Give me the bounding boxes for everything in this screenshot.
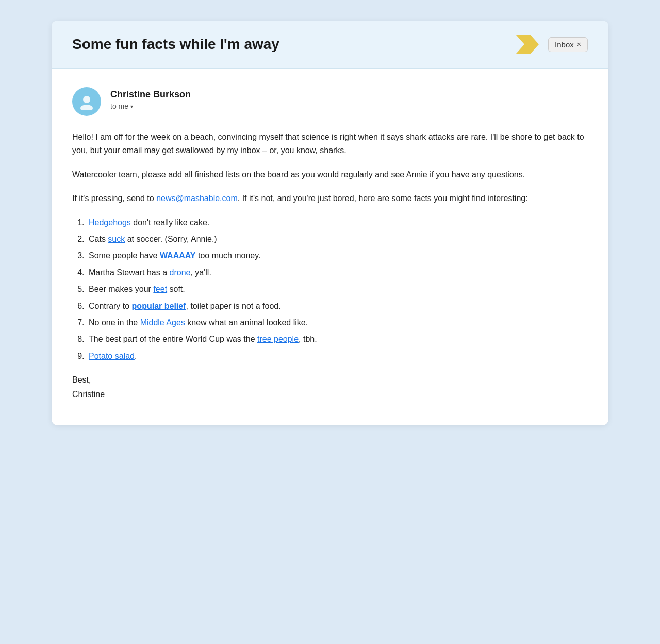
list-item: The best part of the entire World Cup wa…: [87, 333, 588, 346]
email-content: Hello! I am off for the week on a beach,…: [72, 130, 588, 402]
list-item: Contrary to popular belief, toilet paper…: [87, 300, 588, 313]
inbox-close-icon[interactable]: ×: [577, 41, 581, 48]
sender-info: Christine Burkson to me ▾: [110, 87, 191, 110]
waaaay-link[interactable]: WAAAAY: [160, 251, 196, 260]
email-link[interactable]: news@mashable.com: [156, 194, 238, 203]
paragraph-2: Watercooler team, please add all finishe…: [72, 168, 588, 181]
inbox-badge[interactable]: Inbox ×: [548, 37, 588, 52]
list-item: Martha Stewart has a drone, ya'll.: [87, 266, 588, 279]
list-item: Some people have WAAAAY too much money.: [87, 249, 588, 262]
chevron-down-icon[interactable]: ▾: [130, 104, 133, 109]
hedgehogs-link[interactable]: Hedgehogs: [89, 218, 131, 227]
email-header: Some fun facts while I'm away Inbox ×: [52, 21, 608, 69]
sign-off: Best, Christine: [72, 373, 588, 402]
paragraph-3: If it's pressing, send to news@mashable.…: [72, 192, 588, 205]
to-label: to me: [110, 102, 128, 110]
avatar-icon: [78, 93, 95, 110]
svg-point-2: [80, 105, 93, 110]
feet-link[interactable]: feet: [153, 285, 167, 293]
tree-people-link[interactable]: tree people: [257, 335, 299, 343]
drone-link[interactable]: drone: [170, 268, 191, 277]
forward-arrow-icon: [516, 35, 539, 54]
list-item: Cats suck at soccer. (Sorry, Annie.): [87, 233, 588, 246]
email-body: Christine Burkson to me ▾ Hello! I am of…: [52, 69, 608, 425]
fun-facts-list: Hedgehogs don't really like cake. Cats s…: [72, 216, 588, 364]
middle-ages-link[interactable]: Middle Ages: [140, 318, 185, 327]
paragraph-1: Hello! I am off for the week on a beach,…: [72, 130, 588, 158]
popular-belief-link[interactable]: popular belief: [132, 302, 186, 310]
email-card: Some fun facts while I'm away Inbox × Ch…: [52, 21, 608, 425]
sender-row: Christine Burkson to me ▾: [72, 87, 588, 116]
sender-name: Christine Burkson: [110, 89, 191, 100]
paragraph-3-prefix: If it's pressing, send to: [72, 194, 156, 203]
list-item: Potato salad.: [87, 350, 588, 363]
inbox-label: Inbox: [555, 40, 574, 49]
list-item: Beer makes your feet soft.: [87, 283, 588, 296]
list-item: Hedgehogs don't really like cake.: [87, 216, 588, 229]
email-subject: Some fun facts while I'm away: [72, 36, 507, 53]
suck-link[interactable]: suck: [108, 235, 125, 243]
sender-to[interactable]: to me ▾: [110, 102, 191, 110]
avatar: [72, 87, 101, 116]
svg-marker-0: [516, 35, 539, 54]
svg-point-1: [83, 96, 90, 103]
paragraph-3-suffix: . If it's not, and you're just bored, he…: [238, 194, 528, 203]
potato-salad-link[interactable]: Potato salad: [89, 352, 135, 360]
sign-off-line2: Christine: [72, 388, 588, 401]
list-item: No one in the Middle Ages knew what an a…: [87, 316, 588, 329]
sign-off-line1: Best,: [72, 373, 588, 387]
